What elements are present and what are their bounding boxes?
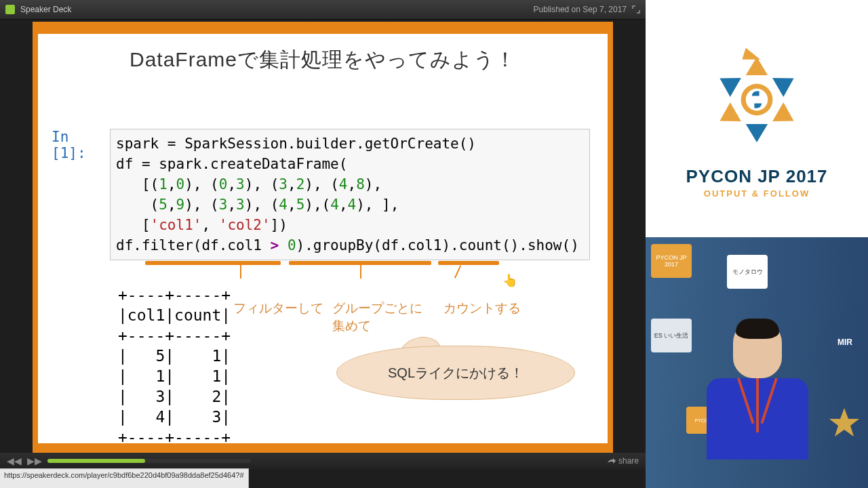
slide-frame: DataFrameで集計処理をやってみよう！ In [1]:spark = Sp… xyxy=(33,22,613,455)
cursor-hand-icon: 👆 xyxy=(502,273,517,288)
camera-feed: PYCON JP 2017 モノタロウ ES いい生活 MIR PYCON xyxy=(646,237,868,488)
published-date: Published on Sep 7, 2017 xyxy=(534,5,627,14)
next-button[interactable]: ▶▶ xyxy=(27,455,42,466)
sponsor-badge: ES いい生活 xyxy=(651,319,692,352)
slide-title: DataFrameで集計処理をやってみよう！ xyxy=(38,34,608,74)
annot-count: カウントする xyxy=(443,300,521,317)
bubble-text: SQLライクにかける！ xyxy=(388,364,524,382)
share-button[interactable]: share xyxy=(608,456,639,466)
progress-bar[interactable] xyxy=(47,459,251,463)
underline-count xyxy=(438,261,499,265)
annot-filter: フィルターして xyxy=(233,300,323,317)
slide-content[interactable]: DataFrameで集計処理をやってみよう！ In [1]:spark = Sp… xyxy=(38,34,608,443)
speech-bubble: SQLライクにかける！ xyxy=(336,346,575,400)
speaker-bangs xyxy=(736,319,779,339)
sponsor-badge: モノタロウ xyxy=(727,255,768,289)
jupyter-in-prompt: In [1]: xyxy=(52,129,110,161)
site-name: Speaker Deck xyxy=(20,5,71,14)
player-controls: ◀◀ ▶▶ share xyxy=(0,453,646,469)
conference-logo-area: PYCON JP 2017 OUTPUT & FOLLOW xyxy=(646,0,868,237)
speaker xyxy=(707,319,808,488)
pycon-logo-icon xyxy=(696,39,818,161)
backdrop-star-icon xyxy=(827,407,861,441)
lanyard xyxy=(756,378,759,432)
speakerdeck-icon xyxy=(5,5,15,14)
fullscreen-icon[interactable] xyxy=(632,5,640,14)
code-output: +----+-----+ |col1|count| +----+-----+ |… xyxy=(118,285,231,447)
conference-title: PYCON JP 2017 xyxy=(686,166,827,187)
sponsor-badge: PYCON JP 2017 xyxy=(651,244,692,278)
prev-button[interactable]: ◀◀ xyxy=(7,455,22,466)
conference-subtitle: OUTPUT & FOLLOW xyxy=(704,188,810,199)
titlebar: Speaker Deck Published on Sep 7, 2017 xyxy=(0,0,646,20)
tick-count xyxy=(454,266,461,279)
speaker-face xyxy=(733,319,782,378)
slide-viewer: Speaker Deck Published on Sep 7, 2017 Da… xyxy=(0,0,646,488)
video-panel: PYCON JP 2017 OUTPUT & FOLLOW PYCON JP 2… xyxy=(646,0,868,488)
underline-filter xyxy=(145,261,281,265)
tick-filter xyxy=(240,265,241,279)
speaker-shirt xyxy=(707,378,808,460)
sponsor-badge: MIR xyxy=(825,325,865,359)
code-block: spark = SparkSession.builder.getOrCreate… xyxy=(110,129,590,260)
tick-group xyxy=(360,265,361,279)
status-url: https://speakerdeck.com/player/c9bdf6be2… xyxy=(0,468,249,488)
progress-fill xyxy=(47,459,145,463)
annot-group: グループごとに集めて xyxy=(332,300,427,335)
code-cell: In [1]:spark = SparkSession.builder.getO… xyxy=(52,129,595,260)
